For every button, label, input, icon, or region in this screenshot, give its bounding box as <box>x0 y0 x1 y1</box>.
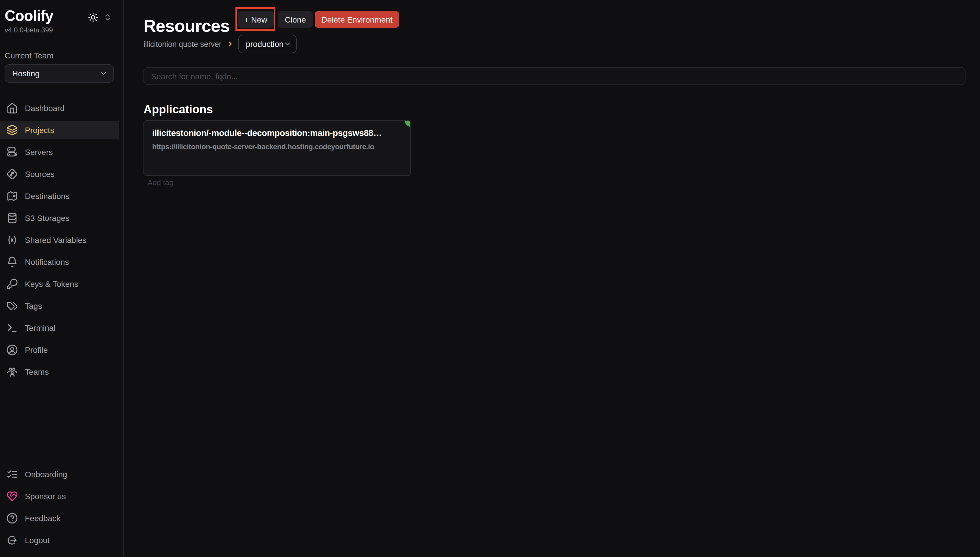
sidebar-item-label: Keys & Tokens <box>25 279 78 288</box>
user-circle-icon <box>7 344 18 356</box>
tags-icon <box>7 300 18 312</box>
sidebar-item-label: Shared Variables <box>25 235 86 245</box>
sidebar-item-servers[interactable]: Servers <box>0 141 124 163</box>
add-tag-button[interactable]: Add tag <box>148 178 174 187</box>
sidebar-item-label: Notifications <box>25 257 69 267</box>
sidebar-item-label: S3 Storages <box>25 213 69 223</box>
sidebar-item-label: Projects <box>25 125 54 135</box>
main-content: Resources + New Clone Delete Environment… <box>124 0 980 557</box>
sidebar-item-sources[interactable]: Sources <box>0 163 124 185</box>
sidebar-item-label: Sponsor us <box>25 492 66 501</box>
theme-toggle-button[interactable] <box>88 12 98 23</box>
sidebar-item-notifications[interactable]: Notifications <box>0 251 124 273</box>
sidebar-collapse-button[interactable] <box>104 13 112 21</box>
checklist-icon <box>7 469 18 480</box>
home-icon <box>7 103 18 114</box>
key-icon <box>7 278 18 290</box>
sidebar-item-onboarding[interactable]: Onboarding <box>0 463 124 485</box>
chevrons-up-down-icon <box>104 13 112 21</box>
database-icon <box>7 212 18 224</box>
team-select-value: Hosting <box>12 69 40 78</box>
application-card-url: https://illicitonion-quote-server-backen… <box>152 143 407 151</box>
sidebar-item-terminal[interactable]: Terminal <box>0 317 124 339</box>
coolify-logo: Coolify <box>5 7 53 25</box>
sidebar-item-label: Sources <box>25 169 55 179</box>
sun-icon <box>88 12 98 23</box>
map-icon <box>7 190 18 202</box>
environment-select-value: production <box>246 39 284 49</box>
help-circle-icon <box>7 513 18 524</box>
sidebar-item-s3-storages[interactable]: S3 Storages <box>0 207 124 229</box>
sidebar-item-label: Profile <box>25 345 48 355</box>
chevron-right-icon <box>226 40 234 48</box>
clone-button[interactable]: Clone <box>278 11 313 28</box>
terminal-icon <box>7 322 18 334</box>
git-source-icon <box>7 168 18 180</box>
bell-icon <box>7 256 18 268</box>
sidebar-item-destinations[interactable]: Destinations <box>0 185 124 207</box>
current-team-label: Current Team <box>5 51 54 60</box>
sidebar-item-label: Teams <box>25 367 49 376</box>
sidebar-item-keys-tokens[interactable]: Keys & Tokens <box>0 273 124 295</box>
coolify-app: Coolify v4.0.0-beta.399 Current Team Hos… <box>0 0 980 557</box>
sidebar-item-logout[interactable]: Logout <box>0 529 124 551</box>
sidebar-item-sponsor-us[interactable]: Sponsor us <box>0 485 124 507</box>
sidebar-item-teams[interactable]: Teams <box>0 361 124 383</box>
sidebar-nav: Dashboard Projects Servers Sources Desti… <box>0 97 124 383</box>
sidebar-item-tags[interactable]: Tags <box>0 295 124 317</box>
search-input[interactable] <box>143 67 965 85</box>
sidebar-item-dashboard[interactable]: Dashboard <box>0 97 124 119</box>
variables-icon <box>7 234 18 246</box>
sidebar-item-profile[interactable]: Profile <box>0 339 124 361</box>
sidebar-item-label: Tags <box>25 301 42 311</box>
heart-handshake-icon <box>7 490 18 502</box>
layers-icon <box>7 124 18 136</box>
sidebar-item-label: Dashboard <box>25 104 65 113</box>
chevron-down-icon <box>99 69 107 78</box>
sidebar-item-label: Logout <box>25 536 50 545</box>
sidebar-item-label: Servers <box>25 148 53 157</box>
server-icon <box>7 147 18 158</box>
delete-environment-button[interactable]: Delete Environment <box>315 11 399 28</box>
breadcrumb: illicitonion quote server production <box>143 35 297 53</box>
application-card-title: illicitestonion/-module--decomposition:m… <box>152 128 403 138</box>
sidebar-item-projects[interactable]: Projects <box>0 119 124 141</box>
environment-select[interactable]: production <box>238 35 297 53</box>
users-icon <box>7 366 18 378</box>
logout-icon <box>7 534 18 546</box>
sidebar-item-label: Onboarding <box>25 470 67 479</box>
breadcrumb-project-link[interactable]: illicitonion quote server <box>143 40 221 48</box>
version-text: v4.0.0-beta.399 <box>5 26 53 34</box>
status-indicator <box>405 121 410 127</box>
sidebar-item-label: Terminal <box>25 323 55 332</box>
sidebar-item-feedback[interactable]: Feedback <box>0 507 124 529</box>
application-card[interactable]: illicitestonion/-module--decomposition:m… <box>143 120 411 176</box>
sidebar: Coolify v4.0.0-beta.399 Current Team Hos… <box>0 0 124 557</box>
team-select[interactable]: Hosting <box>5 64 114 83</box>
sidebar-item-shared-variables[interactable]: Shared Variables <box>0 229 124 251</box>
page-title: Resources <box>143 16 230 36</box>
new-button[interactable]: + New <box>238 11 273 28</box>
sidebar-footer-nav: Onboarding Sponsor us Feedback Logout <box>0 463 124 551</box>
sidebar-item-label: Feedback <box>25 514 60 523</box>
applications-heading: Applications <box>143 103 213 116</box>
sidebar-item-label: Destinations <box>25 191 69 201</box>
chevron-down-icon <box>283 40 291 48</box>
